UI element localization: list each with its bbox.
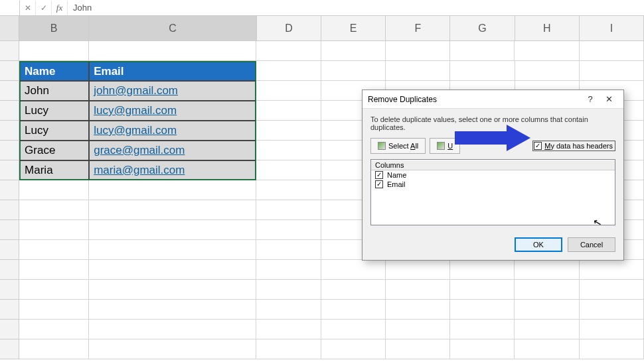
cell[interactable] (386, 280, 450, 300)
cancel-formula-icon[interactable]: ✕ (20, 1, 36, 15)
cell[interactable] (89, 260, 256, 280)
col-header-D[interactable]: D (257, 16, 321, 40)
cell[interactable] (450, 320, 515, 339)
cell[interactable] (321, 260, 386, 280)
cell[interactable] (256, 320, 321, 339)
cell[interactable] (19, 240, 89, 260)
my-data-has-headers-checkbox[interactable]: My data has headers (532, 141, 615, 151)
cell[interactable] (580, 41, 644, 61)
col-header-G[interactable]: G (450, 16, 515, 40)
cell[interactable] (19, 180, 89, 200)
cell[interactable] (19, 339, 89, 359)
row-header[interactable] (0, 41, 19, 61)
row-header[interactable] (0, 320, 19, 339)
cell[interactable] (515, 339, 579, 359)
cell[interactable] (321, 41, 386, 61)
cell-name[interactable]: John (19, 81, 89, 101)
cell[interactable] (321, 339, 386, 359)
cell[interactable] (386, 61, 450, 81)
cell[interactable] (450, 61, 515, 81)
cell[interactable] (256, 101, 321, 121)
cell[interactable] (386, 260, 450, 280)
cell[interactable] (256, 180, 321, 200)
cell[interactable] (580, 280, 644, 300)
cell[interactable] (580, 320, 644, 339)
cell-email[interactable]: john@gmail.com (89, 81, 256, 101)
cell[interactable] (19, 320, 89, 339)
help-button[interactable]: ? (581, 94, 600, 104)
col-header-B[interactable]: B (19, 16, 89, 40)
cell[interactable] (321, 300, 386, 320)
cell[interactable] (256, 200, 321, 220)
cell-name[interactable]: Lucy (19, 101, 89, 121)
row-header[interactable] (0, 180, 19, 200)
cell[interactable] (450, 300, 515, 320)
row-header[interactable] (0, 61, 19, 81)
cell[interactable] (515, 280, 579, 300)
cell[interactable] (515, 61, 580, 81)
select-all-button[interactable]: Select All (370, 138, 426, 154)
fx-icon[interactable]: fx (52, 1, 68, 15)
col-header-E[interactable]: E (321, 16, 386, 40)
cell[interactable] (256, 160, 321, 180)
cell-email[interactable]: lucy@gmail.com (89, 101, 256, 121)
name-box[interactable] (0, 1, 20, 15)
cell[interactable] (256, 339, 321, 359)
cell[interactable] (89, 240, 256, 260)
cell[interactable] (256, 81, 321, 101)
formula-input[interactable]: John (68, 3, 644, 13)
cell[interactable] (580, 260, 644, 280)
cell[interactable] (19, 200, 89, 220)
cell[interactable] (19, 280, 89, 300)
row-header[interactable] (0, 260, 19, 280)
cell[interactable] (256, 280, 321, 300)
cell[interactable] (580, 339, 644, 359)
cell[interactable] (450, 339, 515, 359)
table-header-name[interactable]: Name (19, 61, 89, 81)
cell-email[interactable]: maria@gmail.com (89, 160, 256, 180)
cell[interactable] (256, 141, 321, 160)
cell[interactable] (256, 260, 321, 280)
row-header[interactable] (0, 121, 19, 141)
row-header[interactable] (0, 160, 19, 180)
row-header[interactable] (0, 200, 19, 220)
cell[interactable] (515, 260, 579, 280)
row-header[interactable] (0, 141, 19, 160)
col-header-H[interactable]: H (515, 16, 580, 40)
enter-formula-icon[interactable]: ✓ (36, 1, 52, 15)
cell[interactable] (89, 300, 256, 320)
cell[interactable] (256, 240, 321, 260)
cell-name[interactable]: Maria (19, 160, 89, 180)
cell[interactable] (19, 300, 89, 320)
row-header[interactable] (0, 300, 19, 320)
cell[interactable] (19, 220, 89, 240)
row-header[interactable] (0, 81, 19, 101)
cell-name[interactable]: Grace (19, 141, 89, 160)
columns-listbox[interactable]: Columns Name Email (370, 159, 615, 225)
cell-name[interactable]: Lucy (19, 121, 89, 141)
cancel-button[interactable]: Cancel (568, 237, 615, 252)
column-item-email[interactable]: Email (371, 180, 615, 189)
col-header-C[interactable]: C (89, 16, 257, 40)
cell[interactable] (89, 180, 256, 200)
cell[interactable] (450, 260, 515, 280)
row-header[interactable] (0, 220, 19, 240)
cell[interactable] (515, 41, 579, 61)
cell[interactable] (256, 220, 321, 240)
ok-button[interactable]: OK (515, 237, 562, 252)
unselect-all-button[interactable]: U (430, 138, 460, 154)
close-button[interactable]: ✕ (600, 94, 618, 104)
cell[interactable] (256, 300, 321, 320)
row-header[interactable] (0, 240, 19, 260)
cell[interactable] (89, 41, 256, 61)
cell[interactable] (386, 339, 450, 359)
cell[interactable] (19, 41, 89, 61)
cell[interactable] (580, 61, 644, 81)
cell[interactable] (321, 61, 386, 81)
cell[interactable] (515, 300, 579, 320)
cell[interactable] (450, 280, 515, 300)
cell[interactable] (89, 200, 256, 220)
cell[interactable] (450, 41, 515, 61)
column-item-name[interactable]: Name (371, 170, 615, 180)
col-header-I[interactable]: I (580, 16, 644, 40)
